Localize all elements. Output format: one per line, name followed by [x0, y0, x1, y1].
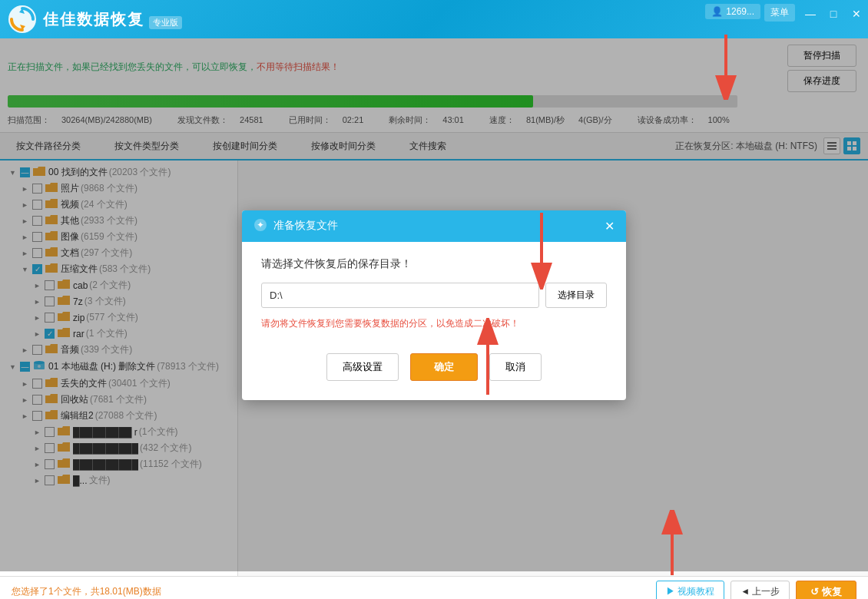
modal-footer: 高级设置 确定 取消	[261, 346, 607, 385]
recover-button[interactable]: ↺ 恢复	[796, 581, 856, 600]
advanced-settings-button[interactable]: 高级设置	[326, 353, 399, 381]
select-directory-button[interactable]: 选择目录	[545, 283, 607, 308]
user-info[interactable]: 👤 1269...	[705, 4, 760, 19]
modal-overlay: ✦ 准备恢复文件 ✕ 请选择文件恢复后的保存目录！ 选择目录 请勿将文件恢复到您…	[0, 38, 868, 571]
modal-body: 请选择文件恢复后的保存目录！ 选择目录 请勿将文件恢复到您需要恢复数据的分区，以…	[242, 242, 626, 400]
app-logo	[8, 5, 37, 34]
window-controls: 👤 1269... 菜单 — □ ✕	[705, 0, 868, 38]
modal-header-icon: ✦	[253, 218, 267, 234]
modal-title: 准备恢复文件	[273, 219, 338, 233]
cancel-button[interactable]: 取消	[489, 353, 542, 381]
menu-button[interactable]: 菜单	[764, 4, 795, 22]
close-button[interactable]: ✕	[845, 4, 868, 23]
modal-header: ✦ 准备恢复文件 ✕	[242, 210, 626, 242]
modal-warning: 请勿将文件恢复到您需要恢复数据的分区，以免造成二次破坏！	[261, 317, 607, 330]
maximize-button[interactable]: □	[822, 4, 845, 23]
user-icon: 👤	[711, 6, 723, 17]
prev-step-button[interactable]: ◄ 上一步	[731, 581, 790, 600]
svg-text:✦: ✦	[257, 220, 264, 230]
video-tutorial-button[interactable]: ▶ 视频教程	[656, 581, 724, 600]
app-title: 佳佳数据恢复	[43, 9, 144, 30]
minimize-button[interactable]: —	[799, 4, 822, 23]
modal-path-row: 选择目录	[261, 283, 607, 308]
bottom-buttons: ▶ 视频教程 ◄ 上一步 ↺ 恢复	[656, 581, 856, 600]
confirm-button[interactable]: 确定	[410, 353, 478, 381]
titlebar: 佳佳数据恢复 专业版 👤 1269... 菜单 — □ ✕	[0, 0, 868, 38]
modal-label: 请选择文件恢复后的保存目录！	[261, 257, 607, 271]
selection-status: 您选择了1个文件，共18.01(MB)数据	[12, 585, 161, 598]
modal-path-input[interactable]	[261, 283, 539, 308]
bottom-bar: 您选择了1个文件，共18.01(MB)数据 ▶ 视频教程 ◄ 上一步 ↺ 恢复	[0, 576, 868, 599]
modal-dialog: ✦ 准备恢复文件 ✕ 请选择文件恢复后的保存目录！ 选择目录 请勿将文件恢复到您…	[242, 210, 626, 400]
modal-close-button[interactable]: ✕	[605, 219, 615, 233]
app-subtitle: 专业版	[149, 16, 182, 29]
